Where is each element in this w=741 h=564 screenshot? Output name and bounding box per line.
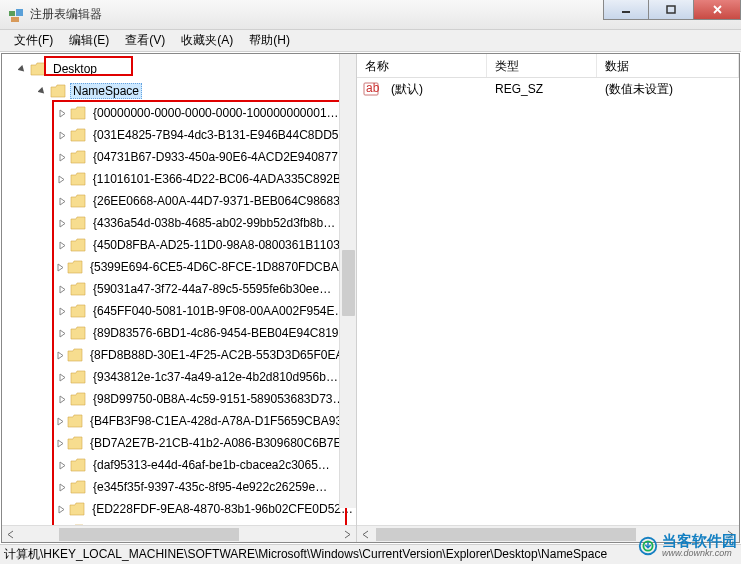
folder-icon (67, 260, 83, 274)
tree-label: {11016101-E366-4D22-BC06-4ADA335C892B… (90, 171, 356, 187)
expand-icon[interactable] (56, 437, 65, 449)
tree-label: {B4FB3F98-C1EA-428d-A78A-D1F5659CBA93… (87, 413, 356, 429)
expand-icon[interactable] (56, 283, 68, 295)
tree-row-guid[interactable]: {89D83576-6BD1-4c86-9454-BEB04E94C819… (6, 322, 356, 344)
folder-icon (70, 304, 86, 318)
folder-icon (70, 282, 86, 296)
tree-label: {8FD8B88D-30E1-4F25-AC2B-553D3D65F0EA… (87, 347, 356, 363)
tree-label: {9343812e-1c37-4a49-a12e-4b2d810d956b… (90, 369, 341, 385)
folder-icon (70, 128, 86, 142)
list-body[interactable]: ab (默认) REG_SZ (数值未设置) (357, 78, 739, 525)
values-pane: 名称 类型 数据 ab (默认) REG_SZ (数值未设置) (357, 54, 739, 542)
menu-view[interactable]: 查看(V) (117, 30, 173, 51)
tree-row-desktop[interactable]: Desktop (6, 58, 356, 80)
tree-row-guid[interactable]: {ED228FDF-9EA8-4870-83b1-96b02CFE0D52… (6, 498, 356, 520)
minimize-button[interactable] (603, 0, 649, 20)
expand-icon[interactable] (56, 371, 68, 383)
expand-icon[interactable] (56, 239, 68, 251)
cell-name: (默认) (383, 79, 487, 100)
status-path: 计算机\HKEY_LOCAL_MACHINE\SOFTWARE\Microsof… (4, 546, 607, 563)
cell-data: (数值未设置) (597, 79, 681, 100)
tree-row-namespace[interactable]: NameSpace (6, 80, 356, 102)
expand-icon[interactable] (56, 305, 68, 317)
folder-icon (70, 392, 86, 406)
svg-rect-1 (16, 9, 23, 16)
folder-icon (67, 436, 83, 450)
scrollbar-thumb[interactable] (342, 250, 355, 316)
scroll-left-icon[interactable] (357, 527, 374, 542)
column-header-type[interactable]: 类型 (487, 54, 597, 77)
registry-tree[interactable]: Desktop NameSpace {00000000-0000-0000-00… (2, 54, 356, 525)
maximize-button[interactable] (648, 0, 694, 20)
tree-label: NameSpace (70, 83, 142, 99)
expand-icon[interactable] (56, 195, 68, 207)
folder-icon (70, 150, 86, 164)
tree-row-guid[interactable]: {00000000-0000-0000-0000-100000000001… (6, 102, 356, 124)
folder-icon (70, 458, 86, 472)
tree-row-guid[interactable]: {59031a47-3f72-44a7-89c5-5595fe6b30ee… (6, 278, 356, 300)
tree-row-guid[interactable]: {645FF040-5081-101B-9F08-00AA002F954E… (6, 300, 356, 322)
tree-row-guid[interactable]: {BD7A2E7B-21CB-41b2-A086-B309680C6B7E… (6, 432, 356, 454)
folder-icon (70, 480, 86, 494)
scrollbar-thumb[interactable] (59, 528, 239, 541)
collapse-icon[interactable] (36, 85, 48, 97)
tree-row-guid[interactable]: {B4FB3F98-C1EA-428d-A78A-D1F5659CBA93… (6, 410, 356, 432)
tree-row-guid[interactable]: {11016101-E366-4D22-BC06-4ADA335C892B… (6, 168, 356, 190)
cell-type: REG_SZ (487, 80, 597, 98)
tree-row-guid[interactable]: {8FD8B88D-30E1-4F25-AC2B-553D3D65F0EA… (6, 344, 356, 366)
status-bar: 计算机\HKEY_LOCAL_MACHINE\SOFTWARE\Microsof… (0, 544, 741, 564)
tree-row-guid[interactable]: {031E4825-7B94-4dc3-B131-E946B44C8DD5… (6, 124, 356, 146)
tree-row-guid[interactable]: {26EE0668-A00A-44D7-9371-BEB064C98683… (6, 190, 356, 212)
expand-icon[interactable] (56, 327, 68, 339)
tree-row-guid[interactable]: {e345f35f-9397-435c-8f95-4e922c26259e… (6, 476, 356, 498)
tree-label: {5399E694-6CE5-4D6C-8FCE-1D8870FDCBA0… (87, 259, 356, 275)
close-button[interactable] (693, 0, 741, 20)
menu-help[interactable]: 帮助(H) (241, 30, 298, 51)
expand-icon[interactable] (56, 107, 68, 119)
tree-row-guid[interactable]: {4336a54d-038b-4685-ab02-99bb52d3fb8b… (6, 212, 356, 234)
column-header-data[interactable]: 数据 (597, 54, 739, 77)
scroll-left-icon[interactable] (2, 527, 19, 542)
window-controls (604, 0, 741, 20)
tree-row-guid[interactable]: {450D8FBA-AD25-11D0-98A8-0800361B1103… (6, 234, 356, 256)
tree-vertical-scrollbar[interactable] (339, 54, 356, 508)
expand-icon[interactable] (56, 151, 68, 163)
tree-row-guid[interactable]: {daf95313-e44d-46af-be1b-cbacea2c3065… (6, 454, 356, 476)
window-title: 注册表编辑器 (30, 6, 102, 23)
menu-edit[interactable]: 编辑(E) (61, 30, 117, 51)
tree-horizontal-scrollbar[interactable] (2, 525, 356, 542)
svg-rect-0 (9, 11, 15, 16)
tree-row-guid[interactable]: {04731B67-D933-450a-90E6-4ACD2E940877… (6, 146, 356, 168)
menu-favorites[interactable]: 收藏夹(A) (173, 30, 241, 51)
folder-icon (70, 326, 86, 340)
expand-icon[interactable] (56, 415, 65, 427)
list-header: 名称 类型 数据 (357, 54, 739, 78)
expand-icon[interactable] (56, 173, 68, 185)
expand-icon[interactable] (56, 349, 65, 361)
expand-icon[interactable] (56, 503, 67, 515)
expand-icon[interactable] (56, 481, 68, 493)
svg-rect-4 (667, 6, 675, 13)
expand-icon[interactable] (56, 459, 68, 471)
tree-row-guid[interactable]: {98D99750-0B8A-4c59-9151-589053683D73… (6, 388, 356, 410)
scroll-right-icon[interactable] (339, 527, 356, 542)
tree-label: {ED228FDF-9EA8-4870-83b1-96b02CFE0D52… (89, 501, 356, 517)
menu-file[interactable]: 文件(F) (6, 30, 61, 51)
expand-icon[interactable] (56, 129, 68, 141)
scrollbar-thumb[interactable] (376, 528, 636, 541)
tree-label: {daf95313-e44d-46af-be1b-cbacea2c3065… (90, 457, 333, 473)
expand-icon[interactable] (56, 261, 65, 273)
expand-icon[interactable] (56, 393, 68, 405)
list-row[interactable]: ab (默认) REG_SZ (数值未设置) (357, 78, 739, 100)
list-horizontal-scrollbar[interactable] (357, 525, 739, 542)
column-header-name[interactable]: 名称 (357, 54, 487, 77)
expand-icon[interactable] (56, 217, 68, 229)
tree-row-guid[interactable]: {5399E694-6CE5-4D6C-8FCE-1D8870FDCBA0… (6, 256, 356, 278)
folder-icon (70, 172, 86, 186)
scroll-right-icon[interactable] (722, 527, 739, 542)
tree-label: {645FF040-5081-101B-9F08-00AA002F954E… (90, 303, 350, 319)
folder-icon (67, 348, 83, 362)
tree-row-guid[interactable]: {9343812e-1c37-4a49-a12e-4b2d810d956b… (6, 366, 356, 388)
tree-label: {59031a47-3f72-44a7-89c5-5595fe6b30ee… (90, 281, 334, 297)
collapse-icon[interactable] (16, 63, 28, 75)
